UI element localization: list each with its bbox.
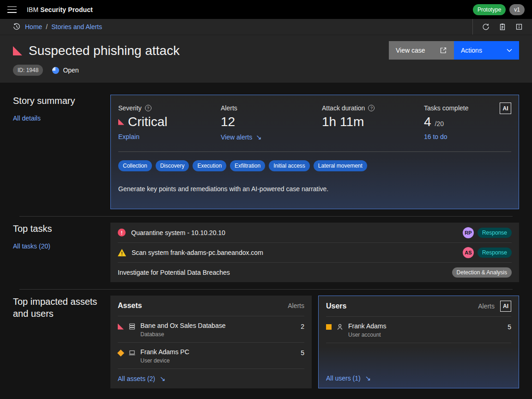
top-tasks-section: Top tasks All tasks (20) ! Quarantine sy… <box>13 223 519 282</box>
severity-critical-icon <box>118 324 124 330</box>
actions-label: Actions <box>461 47 482 54</box>
product-name: Security Product <box>40 6 93 13</box>
warning-icon: ! <box>118 249 126 256</box>
task-row[interactable]: ! Scan system frank-adams-pc.baneandox.c… <box>118 242 512 262</box>
all-users-label: All users (1) <box>326 375 361 382</box>
story-summary-heading: Story summary <box>13 95 104 107</box>
tasks-todo-link[interactable]: 16 to do <box>424 133 447 140</box>
user-alert-count: 5 <box>508 323 511 331</box>
help-icon[interactable]: ? <box>145 105 151 111</box>
detection-analysis-tag: Detection & Analysis <box>452 267 512 278</box>
severity-critical-icon <box>118 119 124 125</box>
database-icon <box>128 323 136 330</box>
case-id-badge: ID: 1948 <box>13 65 43 76</box>
tactic-tags: Collection Discovery Execution Exfiltrat… <box>118 160 511 171</box>
asset-alert-count: 5 <box>301 349 304 357</box>
app-header: IBM Security Product Prototype v1 <box>0 0 532 19</box>
arrow-down-right-icon: ↘ <box>160 375 166 383</box>
version-badge: v1 <box>509 4 525 15</box>
attack-duration-value: 1h 11m <box>322 115 364 129</box>
alerts-value: 12 <box>221 115 235 129</box>
breadcrumb-stories-and-alerts[interactable]: Stories and Alerts <box>51 23 102 30</box>
asset-row[interactable]: Bane and Ox Sales Database Database 2 <box>118 316 304 343</box>
arrow-down-right-icon: ↘ <box>256 133 262 141</box>
asset-name: Bane and Ox Sales Database <box>140 322 225 329</box>
task-title: Quarantine system - 10.10.20.10 <box>131 229 225 236</box>
tasks-card: ! Quarantine system - 10.10.20.10 RP Res… <box>110 223 519 282</box>
severity-label: Severity <box>118 104 142 112</box>
user-row[interactable]: Frank Adams User account 5 <box>326 317 511 343</box>
tag-execution[interactable]: Execution <box>193 160 226 171</box>
top-tasks-heading: Top tasks <box>13 223 104 235</box>
users-card: Users Alerts AI Frank Adams User account… <box>318 296 519 388</box>
all-details-link[interactable]: All details <box>13 115 41 122</box>
product-prefix: IBM <box>27 6 38 13</box>
asset-type: Database <box>140 331 225 338</box>
tasks-complete-label: Tasks complete <box>424 104 468 112</box>
tag-initial-access[interactable]: Initial access <box>269 160 310 171</box>
severity-metric: Severity ? Critical Explain <box>118 104 221 141</box>
explain-link[interactable]: Explain <box>118 133 139 140</box>
view-case-label: View case <box>396 47 425 54</box>
top-impacted-heading: Top impacted assets and users <box>13 296 104 320</box>
ai-badge[interactable]: AI <box>500 103 511 114</box>
assets-card-title: Assets <box>118 302 142 310</box>
renew-icon[interactable] <box>478 19 494 35</box>
response-tag: Response <box>478 228 512 238</box>
actions-button[interactable]: Actions <box>454 41 519 60</box>
attack-duration-label: Attack duration <box>322 104 365 112</box>
alerts-column-header: Alerts <box>288 302 304 309</box>
tasks-complete-metric: Tasks complete 4 /20 16 to do <box>424 104 511 141</box>
avatar[interactable]: AS <box>463 247 474 258</box>
divider <box>118 151 511 152</box>
view-alerts-label: View alerts <box>221 133 252 141</box>
ai-badge[interactable]: AI <box>500 301 511 312</box>
alerts-column-header: Alerts <box>478 302 495 310</box>
task-row[interactable]: ! Quarantine system - 10.10.20.10 RP Res… <box>118 223 512 242</box>
tag-collection[interactable]: Collection <box>118 160 152 171</box>
help-icon[interactable]: ? <box>368 105 375 111</box>
response-tag: Response <box>478 248 512 258</box>
prototype-badge: Prototype <box>473 4 506 15</box>
all-tasks-link[interactable]: All tasks (20) <box>13 242 50 250</box>
chevron-down-icon <box>507 48 512 52</box>
top-impacted-section: Top impacted assets and users Assets Ale… <box>13 296 519 388</box>
section-divider <box>19 216 513 217</box>
severity-medium-icon <box>326 324 332 330</box>
avatar[interactable]: RP <box>463 227 474 238</box>
laptop-icon <box>128 349 136 357</box>
all-assets-link[interactable]: All assets (2) ↘ <box>118 369 304 388</box>
all-users-link[interactable]: All users (1) ↘ <box>326 369 511 388</box>
view-case-button[interactable]: View case <box>389 41 454 60</box>
arrow-down-right-icon: ↘ <box>365 374 371 382</box>
users-card-title: Users <box>326 302 346 310</box>
alerts-label: Alerts <box>221 104 237 112</box>
task-row[interactable]: Investigate for Potential Data Breaches … <box>118 262 512 282</box>
task-title: Scan system frank-adams-pc.baneandox.com <box>132 249 263 256</box>
story-summary-section: Story summary All details AI Severity ? … <box>13 95 519 209</box>
status-label: Open <box>63 66 79 74</box>
ai-narrative-text: Generate key points and remediations wit… <box>118 185 511 193</box>
breadcrumb-bar: Home / Stories and Alerts <box>0 19 532 35</box>
information-square-icon[interactable] <box>511 19 527 35</box>
asset-name: Frank Adams PC <box>140 348 189 356</box>
main-content: Story summary All details AI Severity ? … <box>0 83 532 388</box>
severity-major-icon <box>117 349 124 356</box>
tasks-complete-value: 4 <box>424 115 431 129</box>
report-icon[interactable] <box>494 19 511 35</box>
breadcrumb-home[interactable]: Home <box>25 23 42 30</box>
menu-icon[interactable] <box>7 6 17 13</box>
tag-discovery[interactable]: Discovery <box>156 160 189 171</box>
tag-exfiltration[interactable]: Exfiltration <box>230 160 265 171</box>
user-name: Frank Adams <box>348 322 386 330</box>
user-icon <box>336 323 344 331</box>
recently-viewed-icon[interactable] <box>13 23 20 30</box>
asset-alert-count: 2 <box>301 323 304 330</box>
view-alerts-link[interactable]: View alerts ↘ <box>221 133 262 141</box>
error-icon: ! <box>118 229 126 236</box>
task-title: Investigate for Potential Data Breaches <box>118 269 230 276</box>
asset-row[interactable]: Frank Adams PC User device 5 <box>118 343 304 369</box>
attack-duration-metric: Attack duration ? 1h 11m <box>322 104 424 141</box>
tag-lateral-movement[interactable]: Lateral movement <box>314 160 367 171</box>
launch-icon <box>440 47 447 54</box>
